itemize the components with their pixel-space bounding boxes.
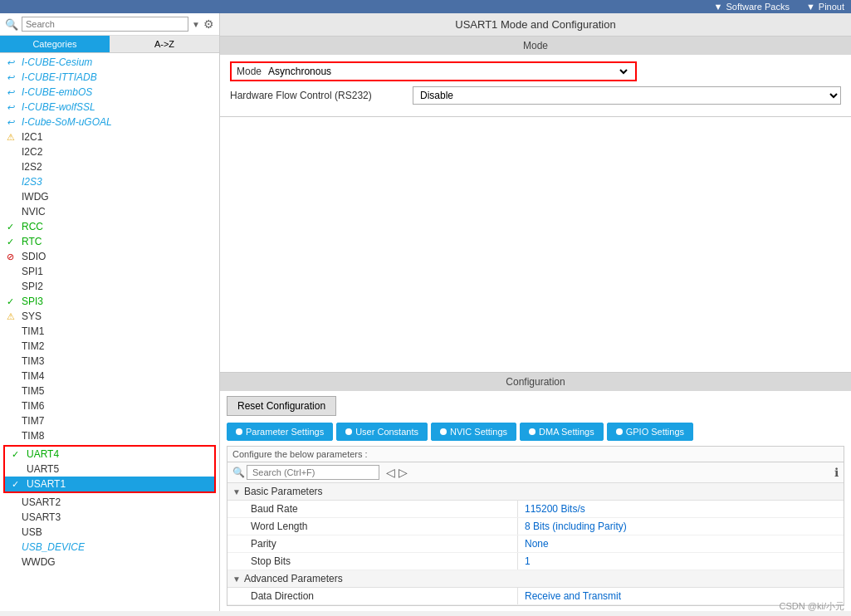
sidebar-list: ↩I-CUBE-Cesium↩I-CUBE-ITTIADB↩I-CUBE-emb… xyxy=(0,53,219,611)
sidebar-item-spi2[interactable]: SPI2 xyxy=(0,279,219,294)
table-row: Data Direction Receive and Transmit xyxy=(227,588,844,605)
link-icon: ↩ xyxy=(7,72,18,83)
param-value: None xyxy=(518,535,844,552)
group-label: Basic Parameters xyxy=(244,486,323,497)
sidebar-item-i-cube-embos[interactable]: ↩I-CUBE-embOS xyxy=(0,85,219,100)
sidebar-item-label: USB_DEVICE xyxy=(22,541,85,553)
link-icon: ↩ xyxy=(7,117,18,128)
sidebar-item-tim7[interactable]: TIM7 xyxy=(0,413,219,428)
nav-prev-icon[interactable]: ◁ xyxy=(384,466,397,479)
tab-label: User Constants xyxy=(355,427,418,437)
config-tabs: Parameter SettingsUser ConstantsNVIC Set… xyxy=(227,423,844,441)
config-tab-dma-settings[interactable]: DMA Settings xyxy=(520,423,604,441)
sidebar-item-i-cube-cesium[interactable]: ↩I-CUBE-Cesium xyxy=(0,55,219,70)
tab-dot xyxy=(345,428,352,435)
sidebar-item-uart4[interactable]: ✓UART4 xyxy=(5,447,214,462)
pinout-btn[interactable]: ▼ Pinout xyxy=(806,2,844,12)
sidebar-item-spi3[interactable]: ✓SPI3 xyxy=(0,294,219,309)
tab-dot xyxy=(236,428,242,435)
sidebar-item-label: NVIC xyxy=(22,206,46,218)
config-tab-gpio-settings[interactable]: GPIO Settings xyxy=(607,423,693,441)
sidebar-item-label: IWDG xyxy=(22,191,49,203)
sidebar-item-rtc[interactable]: ✓RTC xyxy=(0,234,219,249)
sidebar-item-usart2[interactable]: USART2 xyxy=(0,495,219,510)
link-icon: ↩ xyxy=(7,87,18,98)
mode-label: Mode xyxy=(237,66,262,77)
search-params-icon: 🔍 xyxy=(232,467,245,478)
sidebar-item-i2s3[interactable]: I2S3 xyxy=(0,174,219,189)
sidebar-item-label: SYS xyxy=(22,310,42,322)
triangle-icon: ▼ xyxy=(232,487,241,496)
check-icon: ✓ xyxy=(7,237,18,247)
config-tab-user-constants[interactable]: User Constants xyxy=(336,423,428,441)
sidebar-item-usb[interactable]: USB xyxy=(0,525,219,540)
config-section: Configuration Reset Configuration Parame… xyxy=(220,372,851,611)
search-input[interactable] xyxy=(22,17,188,32)
sidebar-item-i-cube-somugoal[interactable]: ↩I-Cube-SoM-uGOAL xyxy=(0,115,219,130)
param-name: Word Length xyxy=(227,518,518,535)
sidebar-item-usb-device[interactable]: USB_DEVICE xyxy=(0,540,219,555)
sidebar-item-wwdg[interactable]: WWDG xyxy=(0,555,219,570)
block-icon: ⊘ xyxy=(7,252,18,262)
sidebar-item-label: TIM6 xyxy=(22,400,44,412)
sidebar-item-i2s2[interactable]: I2S2 xyxy=(0,159,219,174)
sidebar-item-tim3[interactable]: TIM3 xyxy=(0,354,219,369)
tab-dot xyxy=(529,428,536,435)
sidebar-item-i2c1[interactable]: ⚠I2C1 xyxy=(0,130,219,144)
tab-dot xyxy=(616,428,623,435)
triangle-icon: ▼ xyxy=(232,574,241,584)
sidebar-item-i-cube-ittiadb[interactable]: ↩I-CUBE-ITTIADB xyxy=(0,70,219,85)
params-group-basic-parameters[interactable]: ▼Basic Parameters xyxy=(227,483,844,501)
sidebar-item-usart3[interactable]: USART3 xyxy=(0,510,219,525)
reset-config-button[interactable]: Reset Configuration xyxy=(227,396,336,416)
sidebar-item-label: WWDG xyxy=(22,556,56,568)
tab-dot xyxy=(440,428,447,435)
params-group-advanced-parameters[interactable]: ▼Advanced Parameters xyxy=(227,570,844,588)
sidebar-item-tim4[interactable]: TIM4 xyxy=(0,369,219,384)
search-params-input[interactable] xyxy=(247,465,379,480)
info-icon: ℹ xyxy=(834,466,839,479)
search-icon: 🔍 xyxy=(5,18,18,31)
sidebar-item-spi1[interactable]: SPI1 xyxy=(0,264,219,279)
sidebar-item-usart1[interactable]: ✓USART1 xyxy=(5,477,214,491)
sidebar-item-sdio[interactable]: ⊘SDIO xyxy=(0,249,219,264)
tab-categories[interactable]: Categories xyxy=(0,36,110,52)
tab-az[interactable]: A->Z xyxy=(110,36,219,52)
sidebar-item-label: SPI1 xyxy=(22,266,43,277)
sidebar-item-label: SPI2 xyxy=(22,281,43,292)
sidebar-item-tim8[interactable]: TIM8 xyxy=(0,428,219,443)
table-row: Baud Rate 115200 Bits/s xyxy=(227,501,844,518)
sidebar-item-nvic[interactable]: NVIC xyxy=(0,204,219,219)
sidebar-item-label: RCC xyxy=(22,221,43,232)
sidebar-item-tim2[interactable]: TIM2 xyxy=(0,339,219,354)
hw-flow-select[interactable]: Disable xyxy=(413,87,840,104)
nav-next-icon[interactable]: ▷ xyxy=(397,466,409,479)
sidebar-item-label: TIM3 xyxy=(22,355,44,367)
sidebar-item-tim1[interactable]: TIM1 xyxy=(0,324,219,339)
sidebar-item-tim5[interactable]: TIM5 xyxy=(0,384,219,398)
table-row: Stop Bits 1 xyxy=(227,553,844,570)
check-icon: ✓ xyxy=(12,449,23,460)
sidebar-item-sys[interactable]: ⚠SYS xyxy=(0,309,219,324)
configure-text: Configure the below parameters : xyxy=(232,449,368,459)
sidebar-item-iwdg[interactable]: IWDG xyxy=(0,189,219,204)
mode-select[interactable]: Asynchronous xyxy=(265,65,630,78)
config-tab-parameter-settings[interactable]: Parameter Settings xyxy=(227,423,333,441)
gear-icon[interactable]: ⚙ xyxy=(203,17,214,31)
software-packs-btn[interactable]: ▼ Software Packs xyxy=(714,2,790,12)
sidebar-item-i2c2[interactable]: I2C2 xyxy=(0,144,219,159)
param-value: 8 Bits (including Parity) xyxy=(518,518,844,535)
sidebar-item-label: UART5 xyxy=(27,463,59,475)
main-layout: 🔍 ▼ ⚙ Categories A->Z ↩I-CUBE-Cesium↩I-C… xyxy=(0,13,851,611)
sidebar: 🔍 ▼ ⚙ Categories A->Z ↩I-CUBE-Cesium↩I-C… xyxy=(0,13,220,611)
sidebar-item-label: I2C2 xyxy=(22,146,42,158)
tab-label: GPIO Settings xyxy=(626,427,684,437)
sidebar-item-label: USART1 xyxy=(27,478,66,490)
sidebar-item-i-cube-wolfssl[interactable]: ↩I-CUBE-wolfSSL xyxy=(0,100,219,115)
config-tab-nvic-settings[interactable]: NVIC Settings xyxy=(431,423,516,441)
sidebar-item-label: I-CUBE-wolfSSL xyxy=(22,101,95,113)
sidebar-item-rcc[interactable]: ✓RCC xyxy=(0,219,219,234)
param-value: 115200 Bits/s xyxy=(518,501,844,517)
sidebar-item-uart5[interactable]: UART5 xyxy=(5,462,214,477)
sidebar-item-tim6[interactable]: TIM6 xyxy=(0,398,219,413)
